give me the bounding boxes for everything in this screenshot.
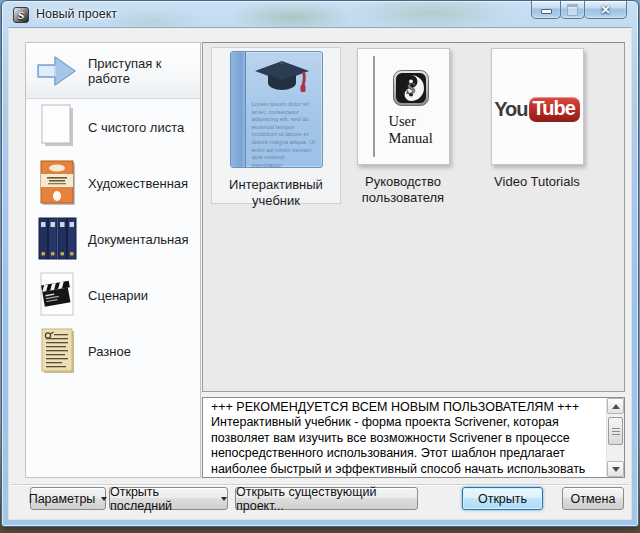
cancel-button[interactable]: Отмена bbox=[562, 487, 624, 510]
graduation-cap-icon bbox=[251, 59, 313, 97]
parchment-icon bbox=[33, 326, 81, 376]
category-sidebar: Приступая к работе С чистого листа bbox=[25, 42, 201, 478]
encyclopedia-volumes-icon bbox=[33, 214, 81, 264]
sidebar-item-label: Документальная bbox=[88, 232, 189, 247]
open-existing-project-button[interactable]: Открыть существующий проект... bbox=[235, 487, 418, 510]
template-caption: Руководство пользователя bbox=[344, 174, 462, 206]
arrow-down-icon bbox=[612, 467, 620, 472]
sidebar-item-label: Приступая к работе bbox=[88, 56, 200, 86]
window-title: Новый проект bbox=[36, 7, 117, 21]
manual-spine-line bbox=[373, 56, 375, 157]
youtube-cover: You Tube bbox=[491, 48, 584, 165]
blank-page-icon bbox=[33, 102, 81, 152]
sidebar-item-misc[interactable]: Разное bbox=[26, 323, 200, 379]
open-button[interactable]: Открыть bbox=[462, 487, 543, 510]
template-caption: Интерактивный учебник bbox=[212, 177, 340, 209]
open-button-label: Открыть bbox=[478, 492, 527, 506]
description-scrollbar[interactable] bbox=[606, 398, 624, 477]
thumb-grip-icon bbox=[612, 428, 620, 435]
template-description-text: +++ РЕКОМЕНДУЕТСЯ ВСЕМ НОВЫМ ПОЛЬЗОВАТЕЛ… bbox=[211, 400, 599, 478]
maximize-button[interactable] bbox=[560, 1, 585, 19]
book-spine bbox=[231, 52, 246, 167]
options-button-label: Параметры bbox=[29, 492, 96, 506]
youtube-logo-you: You bbox=[494, 98, 527, 121]
caption-buttons: ✕ bbox=[532, 1, 627, 19]
template-gallery: Lorem ipsum dolor sit amet, consectetur … bbox=[202, 42, 625, 392]
close-icon: ✕ bbox=[600, 4, 610, 16]
scroll-down-button[interactable] bbox=[607, 461, 624, 477]
youtube-logo: You Tube bbox=[494, 97, 580, 122]
arrow-up-icon bbox=[612, 404, 620, 409]
template-video-tutorials[interactable]: You Tube Video Tutorials bbox=[473, 47, 601, 190]
dialog-body: Приступая к работе С чистого листа bbox=[8, 27, 632, 520]
new-project-dialog: S Новый проект ✕ Приступая к работе bbox=[1, 0, 639, 527]
svg-text:S: S bbox=[406, 79, 415, 98]
close-button[interactable]: ✕ bbox=[584, 1, 627, 19]
maximize-icon bbox=[567, 4, 578, 16]
open-recent-label: Открыть последний bbox=[110, 485, 215, 513]
dropdown-caret-icon bbox=[101, 497, 107, 501]
sidebar-item-label: Художественная bbox=[88, 176, 188, 191]
manual-cover: S User Manual bbox=[357, 48, 450, 165]
sidebar-item-blank[interactable]: С чистого листа bbox=[26, 99, 200, 155]
scrivener-logo-icon: S bbox=[393, 70, 429, 106]
tutorial-book-cover: Lorem ipsum dolor sit amet, consectetur … bbox=[230, 51, 323, 168]
minimize-icon bbox=[541, 9, 552, 14]
sidebar-item-nonfiction[interactable]: Документальная bbox=[26, 211, 200, 267]
sidebar-item-scripts[interactable]: Сценарии bbox=[26, 267, 200, 323]
scrollbar-thumb[interactable] bbox=[608, 417, 623, 445]
scrivener-app-icon: S bbox=[13, 7, 29, 23]
open-existing-label: Открыть существующий проект... bbox=[236, 485, 417, 513]
sidebar-item-fiction[interactable]: Художественная bbox=[26, 155, 200, 211]
minimize-button[interactable] bbox=[531, 1, 561, 19]
sidebar-item-label: С чистого листа bbox=[88, 120, 184, 135]
cancel-button-label: Отмена bbox=[571, 492, 616, 506]
cover-lorem-text: Lorem ipsum dolor sit amet, consectetur … bbox=[252, 101, 317, 169]
template-user-manual[interactable]: S User Manual Руководство пользователя bbox=[344, 47, 462, 206]
open-recent-button[interactable]: Открыть последний bbox=[109, 487, 228, 510]
titlebar[interactable]: S Новый проект ✕ bbox=[2, 1, 638, 28]
sidebar-item-label: Сценарии bbox=[88, 288, 148, 303]
dropdown-caret-icon bbox=[221, 497, 227, 501]
template-caption: Video Tutorials bbox=[473, 174, 601, 190]
scroll-up-button[interactable] bbox=[607, 398, 624, 414]
template-interactive-tutorial[interactable]: Lorem ipsum dolor sit amet, consectetur … bbox=[211, 47, 341, 204]
clapperboard-icon bbox=[33, 270, 81, 320]
youtube-logo-tube: Tube bbox=[529, 97, 580, 122]
sidebar-item-getting-started[interactable]: Приступая к работе bbox=[26, 43, 200, 99]
manual-cover-title: User Manual bbox=[389, 113, 447, 147]
options-button[interactable]: Параметры bbox=[30, 487, 106, 510]
arrow-right-icon bbox=[33, 46, 81, 96]
fiction-book-icon bbox=[33, 158, 81, 208]
template-description-box: +++ РЕКОМЕНДУЕТСЯ ВСЕМ НОВЫМ ПОЛЬЗОВАТЕЛ… bbox=[202, 397, 625, 478]
sidebar-item-label: Разное bbox=[88, 344, 131, 359]
